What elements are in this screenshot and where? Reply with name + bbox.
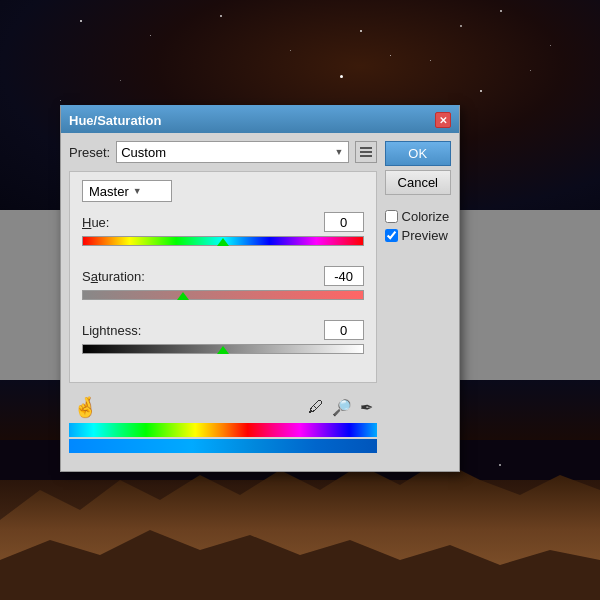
lightness-thumb[interactable] <box>217 346 229 354</box>
preview-label[interactable]: Preview <box>402 228 448 243</box>
chevron-down-icon: ▼ <box>335 147 344 157</box>
inner-panel: Master ▼ Hue: 0 <box>69 171 377 383</box>
cancel-button[interactable]: Cancel <box>385 170 451 195</box>
saturation-value-box[interactable]: -40 <box>324 266 364 286</box>
bottom-toolbar: 🤞 🖊 🔎 ✒ <box>69 391 377 423</box>
hue-value: 0 <box>340 215 347 230</box>
preset-menu-icon[interactable] <box>355 141 377 163</box>
eyedropper-tools: 🖊 🔎 ✒ <box>308 398 373 417</box>
lightness-track-container <box>82 344 364 362</box>
hue-label: Hue: <box>82 215 109 230</box>
hand-tool-icon[interactable]: 🤞 <box>73 395 98 419</box>
dialog-body: Preset: Custom ▼ Mas <box>61 133 459 471</box>
colorize-label[interactable]: Colorize <box>402 209 450 224</box>
eyedropper-icon[interactable]: 🖊 <box>308 398 324 417</box>
svg-rect-7 <box>360 147 372 149</box>
preview-row: Preview <box>385 228 451 243</box>
svg-point-5 <box>499 464 501 466</box>
eyedropper-subtract-icon[interactable]: ✒ <box>360 398 373 417</box>
dialog-title: Hue/Saturation <box>69 113 161 128</box>
list-icon <box>359 145 373 159</box>
hue-label-row: Hue: 0 <box>82 212 364 232</box>
lightness-label-row: Lightness: 0 <box>82 320 364 340</box>
saturation-track[interactable] <box>82 290 364 300</box>
dialog-buttons-panel: OK Cancel Colorize Preview <box>385 141 451 463</box>
colorize-row: Colorize <box>385 209 451 224</box>
svg-rect-8 <box>360 151 372 153</box>
channel-dropdown[interactable]: Master ▼ <box>82 180 172 202</box>
hue-thumb[interactable] <box>217 238 229 246</box>
eyedropper-add-icon[interactable]: 🔎 <box>332 398 352 417</box>
ok-button[interactable]: OK <box>385 141 451 166</box>
saturation-label: Saturation: <box>82 269 145 284</box>
hue-saturation-dialog: Hue/Saturation ✕ Preset: Custom ▼ <box>60 105 460 472</box>
preview-checkbox[interactable] <box>385 229 398 242</box>
dialog-titlebar: Hue/Saturation ✕ <box>61 107 459 133</box>
saturation-label-row: Saturation: -40 <box>82 266 364 286</box>
hue-slider-group: Hue: 0 <box>82 212 364 254</box>
blue-color-bar <box>69 439 377 453</box>
preset-value: Custom <box>121 145 166 160</box>
color-bars <box>69 423 377 463</box>
saturation-thumb[interactable] <box>177 292 189 300</box>
saturation-slider-group: Saturation: -40 <box>82 266 364 308</box>
hue-track-container <box>82 236 364 254</box>
colorize-checkbox[interactable] <box>385 210 398 223</box>
lightness-slider-group: Lightness: 0 <box>82 320 364 362</box>
lightness-label: Lightness: <box>82 323 141 338</box>
preset-row: Preset: Custom ▼ <box>69 141 377 163</box>
channel-row: Master ▼ <box>82 180 364 202</box>
svg-rect-9 <box>360 155 372 157</box>
saturation-value: -40 <box>334 269 353 284</box>
lightness-value-box[interactable]: 0 <box>324 320 364 340</box>
preset-label: Preset: <box>69 145 110 160</box>
channel-value: Master <box>89 184 129 199</box>
hue-value-box[interactable]: 0 <box>324 212 364 232</box>
preset-dropdown[interactable]: Custom ▼ <box>116 141 348 163</box>
dialog-main-panel: Preset: Custom ▼ Mas <box>69 141 377 463</box>
rainbow-color-bar <box>69 423 377 437</box>
channel-arrow-icon: ▼ <box>133 186 142 196</box>
saturation-track-container <box>82 290 364 308</box>
dialog-close-button[interactable]: ✕ <box>435 112 451 128</box>
lightness-value: 0 <box>340 323 347 338</box>
